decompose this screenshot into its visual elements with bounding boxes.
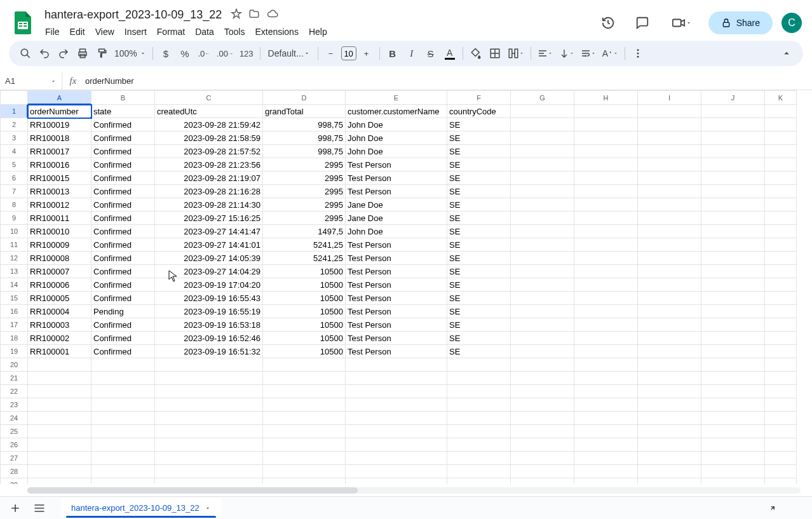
cell-A5[interactable]: RR100016 bbox=[28, 158, 91, 172]
col-header-A[interactable]: A bbox=[28, 91, 91, 105]
cell-J18[interactable] bbox=[701, 332, 765, 345]
cell-K24[interactable] bbox=[765, 412, 797, 425]
cell-H9[interactable] bbox=[574, 212, 638, 225]
cell-J22[interactable] bbox=[701, 385, 765, 398]
cell-A8[interactable]: RR100012 bbox=[28, 198, 91, 212]
cell-G11[interactable] bbox=[511, 238, 574, 252]
star-icon[interactable] bbox=[231, 8, 242, 22]
cell-D6[interactable]: 2995 bbox=[263, 172, 346, 185]
cell-I10[interactable] bbox=[638, 225, 701, 238]
cell-D13[interactable]: 10500 bbox=[263, 265, 346, 278]
meet-icon[interactable] bbox=[664, 10, 700, 36]
row-header-15[interactable]: 15 bbox=[1, 292, 28, 305]
row-header-3[interactable]: 3 bbox=[1, 131, 28, 145]
collapse-toolbar-icon[interactable] bbox=[778, 44, 795, 62]
cell-I29[interactable] bbox=[638, 478, 701, 485]
row-header-6[interactable]: 6 bbox=[1, 172, 28, 185]
cell-G29[interactable] bbox=[511, 478, 574, 485]
cell-A1[interactable]: orderNumber bbox=[28, 105, 91, 118]
paint-format-icon[interactable] bbox=[93, 44, 111, 62]
cell-A3[interactable]: RR100018 bbox=[28, 131, 91, 145]
cell-B28[interactable] bbox=[91, 465, 155, 478]
cell-J15[interactable] bbox=[701, 292, 765, 305]
cell-J19[interactable] bbox=[701, 345, 765, 358]
menu-edit[interactable]: Edit bbox=[65, 24, 90, 39]
cell-B17[interactable]: Confirmed bbox=[91, 318, 155, 332]
fill-color-button[interactable] bbox=[467, 44, 485, 62]
cell-B13[interactable]: Confirmed bbox=[91, 265, 155, 278]
cell-I8[interactable] bbox=[638, 198, 701, 212]
cell-E14[interactable]: Test Person bbox=[346, 278, 447, 292]
cell-J26[interactable] bbox=[701, 438, 765, 452]
cell-D24[interactable] bbox=[263, 412, 346, 425]
cell-K28[interactable] bbox=[765, 465, 797, 478]
add-sheet-button[interactable] bbox=[4, 497, 27, 520]
cell-H11[interactable] bbox=[574, 238, 638, 252]
col-header-H[interactable]: H bbox=[574, 91, 638, 105]
row-header-10[interactable]: 10 bbox=[1, 225, 28, 238]
cell-E15[interactable]: Test Person bbox=[346, 292, 447, 305]
cell-E17[interactable]: Test Person bbox=[346, 318, 447, 332]
cell-A23[interactable] bbox=[28, 398, 91, 412]
select-all-corner[interactable] bbox=[1, 91, 28, 105]
cell-I11[interactable] bbox=[638, 238, 701, 252]
cell-J28[interactable] bbox=[701, 465, 765, 478]
col-header-J[interactable]: J bbox=[701, 91, 765, 105]
cell-G3[interactable] bbox=[511, 131, 574, 145]
cell-C15[interactable]: 2023-09-19 16:55:43 bbox=[155, 292, 263, 305]
cell-D3[interactable]: 998,75 bbox=[263, 131, 346, 145]
formula-input[interactable]: orderNumber bbox=[84, 76, 812, 86]
cell-H28[interactable] bbox=[574, 465, 638, 478]
cell-D25[interactable] bbox=[263, 425, 346, 438]
cell-K29[interactable] bbox=[765, 478, 797, 485]
cell-J14[interactable] bbox=[701, 278, 765, 292]
cell-J17[interactable] bbox=[701, 318, 765, 332]
cell-K19[interactable] bbox=[765, 345, 797, 358]
cell-C12[interactable]: 2023-09-27 14:05:39 bbox=[155, 252, 263, 265]
col-header-B[interactable]: B bbox=[91, 91, 155, 105]
cell-H24[interactable] bbox=[574, 412, 638, 425]
wrap-button[interactable] bbox=[578, 44, 599, 62]
cell-D7[interactable]: 2995 bbox=[263, 185, 346, 198]
cell-D9[interactable]: 2995 bbox=[263, 212, 346, 225]
cell-C11[interactable]: 2023-09-27 14:41:01 bbox=[155, 238, 263, 252]
cell-D14[interactable]: 10500 bbox=[263, 278, 346, 292]
cell-I5[interactable] bbox=[638, 158, 701, 172]
cell-E13[interactable]: Test Person bbox=[346, 265, 447, 278]
cell-F13[interactable]: SE bbox=[447, 265, 511, 278]
cell-H27[interactable] bbox=[574, 452, 638, 465]
cell-D11[interactable]: 5241,25 bbox=[263, 238, 346, 252]
cell-J7[interactable] bbox=[701, 185, 765, 198]
cell-A10[interactable]: RR100010 bbox=[28, 225, 91, 238]
cell-G7[interactable] bbox=[511, 185, 574, 198]
cell-H18[interactable] bbox=[574, 332, 638, 345]
cell-F22[interactable] bbox=[447, 385, 511, 398]
cell-B7[interactable]: Confirmed bbox=[91, 185, 155, 198]
cell-D19[interactable]: 10500 bbox=[263, 345, 346, 358]
cell-B19[interactable]: Confirmed bbox=[91, 345, 155, 358]
cell-F11[interactable]: SE bbox=[447, 238, 511, 252]
cell-A26[interactable] bbox=[28, 438, 91, 452]
cell-A22[interactable] bbox=[28, 385, 91, 398]
cell-F5[interactable]: SE bbox=[447, 158, 511, 172]
number-format-button[interactable]: 123 bbox=[237, 44, 256, 62]
cell-H5[interactable] bbox=[574, 158, 638, 172]
cell-K21[interactable] bbox=[765, 372, 797, 385]
cell-F21[interactable] bbox=[447, 372, 511, 385]
cell-C14[interactable]: 2023-09-19 17:04:20 bbox=[155, 278, 263, 292]
cell-I9[interactable] bbox=[638, 212, 701, 225]
row-header-27[interactable]: 27 bbox=[1, 452, 28, 465]
cell-A9[interactable]: RR100011 bbox=[28, 212, 91, 225]
row-header-12[interactable]: 12 bbox=[1, 252, 28, 265]
cell-H20[interactable] bbox=[574, 358, 638, 372]
cell-A12[interactable]: RR100008 bbox=[28, 252, 91, 265]
cell-I20[interactable] bbox=[638, 358, 701, 372]
row-header-7[interactable]: 7 bbox=[1, 185, 28, 198]
cell-C21[interactable] bbox=[155, 372, 263, 385]
valign-button[interactable] bbox=[557, 44, 577, 62]
cell-H17[interactable] bbox=[574, 318, 638, 332]
halign-button[interactable] bbox=[535, 44, 555, 62]
cell-A27[interactable] bbox=[28, 452, 91, 465]
cell-G28[interactable] bbox=[511, 465, 574, 478]
font-size-input[interactable] bbox=[341, 46, 356, 60]
